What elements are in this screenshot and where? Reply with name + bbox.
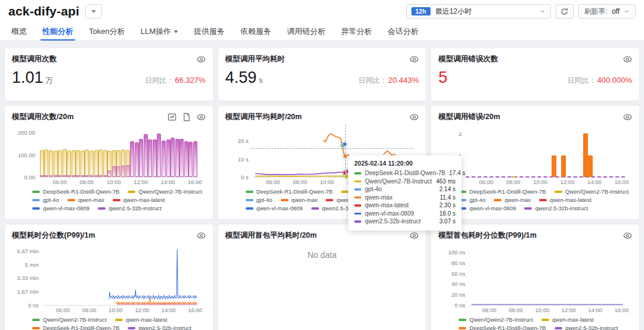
- x-axis-tick: 12:00: [562, 307, 576, 313]
- legend-label: qwen-max-latest: [123, 196, 165, 204]
- title-dropdown-button[interactable]: [85, 4, 102, 18]
- legend-item[interactable]: qwen-vl-max-0809: [459, 204, 516, 212]
- legend-item[interactable]: qwen-vl-max-0809: [246, 204, 303, 212]
- legend-item[interactable]: qwen-max: [494, 196, 531, 204]
- eye-icon[interactable]: [197, 55, 206, 64]
- x-axis-tick: 10:00: [320, 179, 335, 185]
- legend-item[interactable]: qwen-max-latest: [115, 316, 168, 323]
- chart-title: 模型耗时分位数(P99)/1m: [12, 231, 191, 241]
- bar: [135, 142, 139, 177]
- legend-item[interactable]: qwen2.5-32b-instruct: [555, 324, 618, 330]
- time-range-select[interactable]: 12h 最近12小时: [406, 4, 551, 18]
- eye-icon[interactable]: [197, 231, 206, 240]
- document-icon[interactable]: [182, 113, 191, 122]
- eye-icon[interactable]: [623, 113, 632, 122]
- legend-item[interactable]: qwen-max-latest: [539, 196, 592, 204]
- bar: [98, 150, 103, 177]
- legend-item[interactable]: qwen-max: [281, 196, 318, 204]
- legend-item[interactable]: gpt-4o: [246, 196, 273, 204]
- tooltip-swatch: [354, 188, 361, 191]
- tooltip-swatch: [354, 220, 361, 223]
- eye-icon[interactable]: [623, 231, 632, 240]
- legend-item[interactable]: DeepSeek-R1-Distill-Qwen-7B: [459, 324, 546, 330]
- legend-item[interactable]: DeepSeek-R1-Distill-Qwen-7B: [459, 188, 546, 195]
- bar-segment: [94, 175, 98, 177]
- time-range-badge: 12h: [411, 7, 431, 16]
- y-axis-tick: 100 ns: [448, 248, 466, 255]
- legend-item[interactable]: gpt-4o: [32, 196, 59, 204]
- eye-icon[interactable]: [410, 231, 419, 240]
- x-axis-tick: 10:00: [107, 179, 121, 185]
- y-axis-tick: 80 ns: [451, 259, 465, 266]
- tab-trace-analysis[interactable]: 调用链分析: [279, 23, 333, 41]
- eye-icon[interactable]: [623, 55, 632, 64]
- eye-icon[interactable]: [197, 113, 206, 122]
- tab-dependent-services[interactable]: 依赖服务: [233, 23, 279, 41]
- chart-title: 模型调用平均耗时/20m: [225, 112, 404, 122]
- yoy-label: 日同比：: [145, 76, 174, 86]
- bar: [175, 139, 179, 177]
- legend-swatch: [246, 207, 253, 210]
- tab-overview[interactable]: 概览: [4, 23, 35, 41]
- tooltip-series-name: gpt-4o: [365, 186, 436, 192]
- stat-value: 4.59: [225, 70, 257, 86]
- bar-segment: [58, 175, 62, 177]
- legend-item[interactable]: Qwen/Qwen2-7B-Instruct: [555, 188, 629, 195]
- legend-item[interactable]: qwen2.5-32b-instruct: [98, 204, 162, 212]
- trend-chart-icon[interactable]: [168, 113, 177, 122]
- refresh-rate-select[interactable]: 刷新率: off: [578, 4, 636, 18]
- tab-performance[interactable]: 性能分析: [35, 23, 81, 41]
- legend-item[interactable]: qwen-max-latest: [541, 316, 594, 323]
- y-axis-tick: 1.67 min: [17, 288, 39, 295]
- legend-item[interactable]: Qwen/Qwen2-7B-Instruct: [459, 316, 533, 323]
- bar-segment: [121, 166, 125, 177]
- y-axis-tick: 10 s: [238, 155, 249, 162]
- tab-session-analysis[interactable]: 会话分析: [380, 23, 426, 41]
- legend-item[interactable]: DeepSeek-R1-Distill-Qwen-7B: [32, 188, 119, 195]
- yoy-value: 20.443%: [388, 76, 419, 85]
- refresh-rate-label: 刷新率:: [584, 7, 608, 17]
- chart-plot-area[interactable]: 1206:0008:0010:0012:0014:0016:00: [466, 128, 625, 178]
- bar: [94, 150, 98, 177]
- y-axis-tick: 0.00: [24, 174, 36, 180]
- legend-item[interactable]: qwen2.5-32b-instruct: [524, 204, 588, 212]
- x-axis-tick: 14:00: [588, 307, 602, 313]
- chart-plot-area[interactable]: 0 ns1.67 min3.33 min5 min6.67 min06:0008…: [43, 247, 199, 306]
- legend-swatch: [494, 199, 501, 201]
- time-range-label: 最近12小时: [435, 7, 540, 17]
- tab-provided-services[interactable]: 提供服务: [186, 23, 233, 41]
- bar: [583, 133, 588, 177]
- bar: [179, 139, 184, 177]
- bar-segment: [107, 170, 112, 177]
- x-axis-tick: 08:00: [293, 179, 307, 185]
- legend-item[interactable]: qwen2.5-32b-instruct: [128, 324, 191, 330]
- bar: [126, 150, 130, 177]
- eye-icon[interactable]: [410, 113, 419, 122]
- x-axis-tick: 06:00: [266, 179, 280, 185]
- legend-item[interactable]: qwen-max: [67, 196, 104, 204]
- legend-swatch: [32, 191, 40, 193]
- legend-item[interactable]: Qwen/Qwen2-7B-Instruct: [128, 188, 202, 195]
- stat-card-avg-latency: 模型调用平均耗时 4.59 s 日同比： 20.443%: [218, 48, 426, 101]
- legend-item[interactable]: DeepSeek-R1-Distill-Qwen-7B: [246, 188, 333, 195]
- chart-plot-area[interactable]: 0.00100.00200.0006:0008:0010:0012:0014:0…: [39, 128, 199, 178]
- tooltip-value: 11.4 s: [440, 194, 456, 201]
- refresh-button[interactable]: [556, 4, 574, 18]
- x-axis-tick: 08:00: [80, 179, 94, 185]
- tab-exception-analysis[interactable]: 异常分析: [333, 23, 380, 41]
- legend-item[interactable]: qwen-max-latest: [113, 196, 165, 204]
- y-axis-tick: 3.33 min: [17, 275, 39, 281]
- legend-item[interactable]: DeepSeek-R1-Distill-Qwen-7B: [32, 324, 119, 330]
- legend-item[interactable]: Qwen/Qwen2-7B-Instruct: [32, 316, 107, 323]
- tooltip-timestamp: 2025-02-14 11:20:00: [354, 160, 456, 167]
- x-axis-tick: 12:00: [134, 179, 148, 185]
- legend-item[interactable]: gpt-4o: [459, 196, 485, 204]
- y-axis-tick: 200.00: [18, 129, 35, 136]
- chart-plot-area[interactable]: 0 ns20 ns40 ns60 ns80 ns100 ns06:0008:00…: [469, 247, 625, 306]
- legend-label: qwen-max-latest: [550, 196, 592, 204]
- tab-llm-ops[interactable]: LLM操作: [133, 23, 186, 41]
- eye-icon[interactable]: [410, 55, 419, 64]
- tab-token[interactable]: Token分析: [81, 23, 133, 41]
- tooltip-swatch: [354, 180, 361, 183]
- legend-item[interactable]: qwen-vl-max-0809: [32, 204, 89, 212]
